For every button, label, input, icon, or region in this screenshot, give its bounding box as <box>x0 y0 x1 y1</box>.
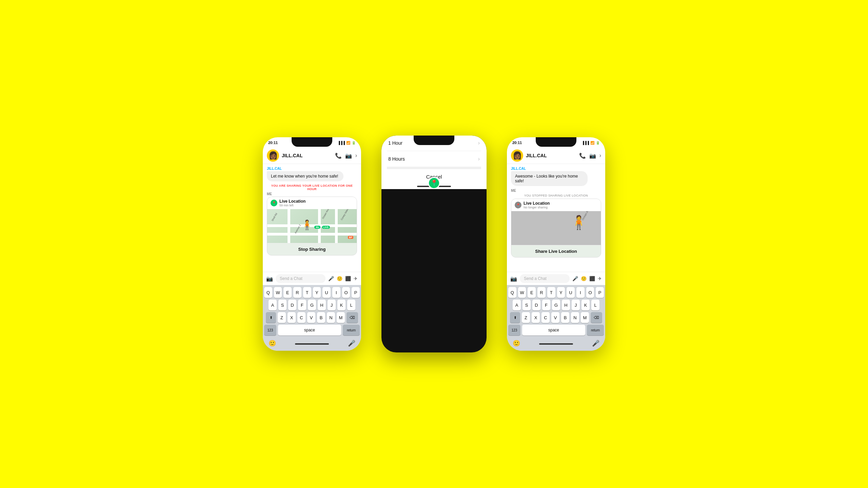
duration-8-hours[interactable]: 8 Hours › <box>387 151 481 167</box>
key-r-left[interactable]: R <box>293 287 301 298</box>
key-q-right[interactable]: Q <box>508 287 516 298</box>
mic-key-left[interactable]: 🎤 <box>346 338 357 349</box>
emoji-icon-right[interactable]: 🙂 <box>581 276 587 281</box>
key-w-left[interactable]: W <box>274 287 282 298</box>
num-key-left[interactable]: 123 <box>264 325 276 336</box>
key-t-left[interactable]: T <box>303 287 311 298</box>
key-e-right[interactable]: E <box>528 287 536 298</box>
sticker-icon-right[interactable]: ⬛ <box>589 276 595 281</box>
key-t-right[interactable]: T <box>547 287 555 298</box>
sticker-icon-left[interactable]: ⬛ <box>345 276 351 281</box>
status-time-left: 20:11 <box>268 141 278 145</box>
mic-icon-right[interactable]: 🎤 <box>572 276 578 281</box>
key-g-right[interactable]: G <box>552 300 560 310</box>
key-y-right[interactable]: Y <box>557 287 565 298</box>
more-icon-left[interactable]: › <box>355 152 357 159</box>
shift-key-left[interactable]: ⬆ <box>266 312 276 323</box>
key-h-right[interactable]: H <box>562 300 570 310</box>
stop-sharing-button[interactable]: Stop Sharing <box>267 243 357 255</box>
key-f-left[interactable]: F <box>298 300 306 310</box>
emoji-key-left[interactable]: 🙂 <box>267 338 278 349</box>
key-b-right[interactable]: B <box>561 312 569 323</box>
key-j-left[interactable]: J <box>328 300 336 310</box>
live-location-card-right[interactable]: 📍 Live Location No longer sharing 🧍 Ocea… <box>511 199 601 258</box>
mic-key-right[interactable]: 🎤 <box>590 338 601 349</box>
shift-key-right[interactable]: ⬆ <box>510 312 520 323</box>
key-b-left[interactable]: B <box>317 312 325 323</box>
key-e-left[interactable]: E <box>283 287 292 298</box>
more-icon-right[interactable]: › <box>599 152 601 159</box>
space-key-left[interactable]: space <box>278 325 341 336</box>
key-y-left[interactable]: Y <box>313 287 321 298</box>
key-i-left[interactable]: I <box>332 287 340 298</box>
key-f-right[interactable]: F <box>542 300 550 310</box>
mic-icon-left[interactable]: 🎤 <box>328 276 334 281</box>
status-icons-right: ▐▐▐ 📶 🔋 <box>582 141 600 145</box>
phone-icon-left[interactable]: 📞 <box>335 152 342 159</box>
video-icon-right[interactable]: 📷 <box>589 152 596 159</box>
num-key-right[interactable]: 123 <box>508 325 520 336</box>
key-a-left[interactable]: A <box>269 300 277 310</box>
delete-key-right[interactable]: ⌫ <box>591 312 602 323</box>
key-w-right[interactable]: W <box>518 287 526 298</box>
key-g-left[interactable]: G <box>308 300 316 310</box>
return-key-left[interactable]: return <box>343 325 360 336</box>
key-i-right[interactable]: I <box>576 287 585 298</box>
key-r-right[interactable]: R <box>537 287 546 298</box>
keyboard-bottom-left: 🙂 🎤 <box>264 337 360 349</box>
key-p-right[interactable]: P <box>596 287 604 298</box>
map-area-right: 🧍 Ocean Ave <box>511 211 601 245</box>
key-d-left[interactable]: D <box>288 300 296 310</box>
space-key-right[interactable]: space <box>522 325 585 336</box>
message-bubble-right: Awesome - Looks like you're home safe! <box>511 171 588 186</box>
share-live-button-right[interactable]: Share Live Location <box>511 245 601 257</box>
key-z-left[interactable]: Z <box>278 312 286 323</box>
return-key-right[interactable]: return <box>587 325 604 336</box>
key-s-left[interactable]: S <box>278 300 287 310</box>
me-label-left: ME <box>267 192 357 196</box>
key-k-left[interactable]: K <box>337 300 346 310</box>
key-row-2-right: A S D F G H J K L <box>508 300 604 310</box>
map-label-coney: Coney Island Ave <box>340 209 352 221</box>
key-l-left[interactable]: L <box>347 300 355 310</box>
chat-input-left: 📷 Send a Chat 🎤 🙂 ⬛ ✈ <box>263 272 361 285</box>
emoji-icon-left[interactable]: 🙂 <box>337 276 342 281</box>
key-x-right[interactable]: X <box>532 312 540 323</box>
key-a-right[interactable]: A <box>513 300 521 310</box>
live-location-title-right: Live Location <box>524 201 550 206</box>
key-n-left[interactable]: N <box>327 312 335 323</box>
send-icon-left[interactable]: ✈ <box>354 276 358 281</box>
key-m-right[interactable]: M <box>581 312 589 323</box>
video-icon-left[interactable]: 📷 <box>345 152 352 159</box>
key-c-left[interactable]: C <box>297 312 305 323</box>
camera-icon-right[interactable]: 📷 <box>510 276 517 282</box>
phone-icon-right[interactable]: 📞 <box>579 152 586 159</box>
key-c-right[interactable]: C <box>541 312 550 323</box>
key-z-right[interactable]: Z <box>522 312 530 323</box>
bp-badge: BP <box>348 236 353 239</box>
live-location-card-left[interactable]: 📍 Live Location 59 min left <box>267 197 357 256</box>
chat-input-field-right[interactable]: Send a Chat <box>520 274 570 283</box>
key-u-left[interactable]: U <box>322 287 331 298</box>
key-k-right[interactable]: K <box>581 300 590 310</box>
key-p-left[interactable]: P <box>352 287 360 298</box>
chat-input-field-left[interactable]: Send a Chat <box>276 274 326 283</box>
key-q-left[interactable]: Q <box>264 287 272 298</box>
camera-icon-left[interactable]: 📷 <box>266 276 273 282</box>
key-n-right[interactable]: N <box>571 312 579 323</box>
delete-key-left[interactable]: ⌫ <box>347 312 358 323</box>
key-o-left[interactable]: O <box>342 287 350 298</box>
key-d-right[interactable]: D <box>532 300 540 310</box>
send-icon-right[interactable]: ✈ <box>598 276 602 281</box>
key-l-right[interactable]: L <box>591 300 599 310</box>
key-u-right[interactable]: U <box>567 287 575 298</box>
key-o-right[interactable]: O <box>586 287 594 298</box>
key-m-left[interactable]: M <box>337 312 345 323</box>
key-v-left[interactable]: V <box>307 312 315 323</box>
key-j-right[interactable]: J <box>572 300 580 310</box>
key-h-left[interactable]: H <box>318 300 326 310</box>
key-x-left[interactable]: X <box>288 312 296 323</box>
emoji-key-right[interactable]: 🙂 <box>511 338 522 349</box>
key-s-right[interactable]: S <box>522 300 531 310</box>
key-v-right[interactable]: V <box>551 312 559 323</box>
